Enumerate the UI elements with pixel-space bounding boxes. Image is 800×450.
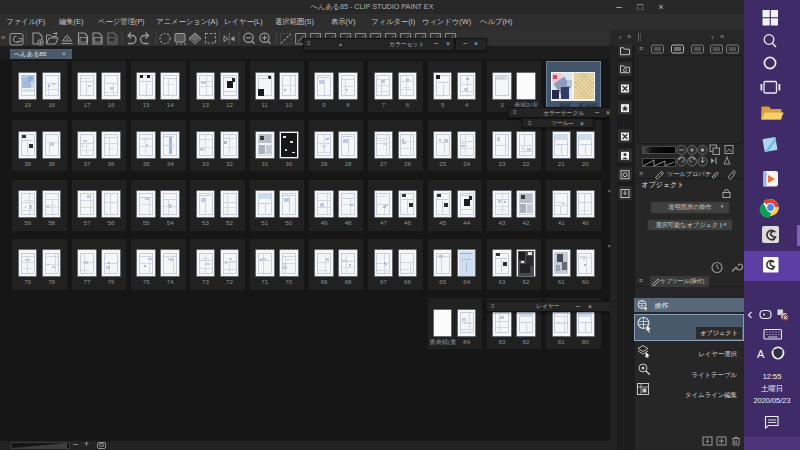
svg-text:12:55: 12:55: [763, 372, 782, 381]
svg-text:土曜日: 土曜日: [761, 384, 783, 393]
svg-text:2020/05/23: 2020/05/23: [754, 396, 791, 405]
svg-text:A: A: [757, 348, 765, 360]
